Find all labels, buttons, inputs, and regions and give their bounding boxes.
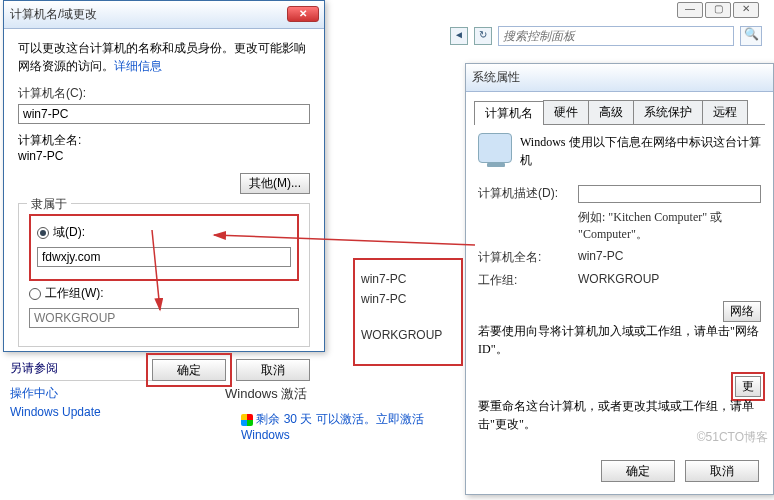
- sysprops-title-text: 系统属性: [472, 69, 520, 86]
- other-button[interactable]: 其他(M)...: [240, 173, 310, 194]
- network-id-note: 若要使用向导将计算机加入域或工作组，请单击"网络 ID"。: [478, 322, 761, 358]
- computer-name-label: 计算机名(C):: [18, 85, 310, 102]
- tab-system-protection[interactable]: 系统保护: [633, 100, 703, 124]
- sysprops-workgroup-value: WORKGROUP: [578, 272, 761, 289]
- computer-name-input[interactable]: [18, 104, 310, 124]
- workgroup-input: [29, 308, 299, 328]
- network-id-button[interactable]: 网络: [723, 301, 761, 322]
- sysprops-fullname-label: 计算机全名:: [478, 249, 578, 266]
- close-button[interactable]: ✕: [733, 2, 759, 18]
- sysprops-fullname-value: win7-PC: [578, 249, 761, 266]
- refresh-button[interactable]: ↻: [474, 27, 492, 45]
- summary-pcfullname: win7-PC: [361, 292, 455, 306]
- tab-hardware[interactable]: 硬件: [543, 100, 589, 124]
- dialog-intro: 可以更改这台计算机的名称和成员身份。更改可能影响网络资源的访问。详细信息: [18, 39, 310, 75]
- description-example: 例如: "Kitchen Computer" 或 "Computer"。: [578, 209, 761, 243]
- control-panel-search-input[interactable]: [498, 26, 734, 46]
- close-icon[interactable]: ✕: [287, 6, 319, 22]
- tab-remote[interactable]: 远程: [702, 100, 748, 124]
- member-of-group: 隶属于 域(D): 工作组(W):: [18, 203, 310, 347]
- domain-highlight: 域(D):: [29, 214, 299, 281]
- cancel-button[interactable]: 取消: [236, 359, 310, 381]
- activation-link[interactable]: 剩余 30 天 可以激活。立即激活 Windows: [241, 411, 475, 442]
- computer-description-input[interactable]: [578, 185, 761, 203]
- explorer-toolbar: ◄ ↻ 🔍: [450, 25, 762, 47]
- computer-name-summary-box: win7-PC win7-PC WORKGROUP: [353, 258, 463, 366]
- minimize-button[interactable]: —: [677, 2, 703, 18]
- nav-back-button[interactable]: ◄: [450, 27, 468, 45]
- tab-computer-name[interactable]: 计算机名: [474, 101, 544, 125]
- sysprops-ok-button[interactable]: 确定: [601, 460, 675, 482]
- summary-pcname: win7-PC: [361, 272, 455, 286]
- sysprops-cancel-button[interactable]: 取消: [685, 460, 759, 482]
- activation-section: Windows 激活 剩余 30 天 可以激活。立即激活 Windows: [225, 385, 475, 442]
- rename-note: 要重命名这台计算机，或者更改其域或工作组，请单击"更改"。: [478, 397, 761, 433]
- domain-radio[interactable]: [37, 227, 49, 239]
- change-button[interactable]: 更: [735, 376, 761, 397]
- full-name-label: 计算机全名:: [18, 132, 310, 149]
- workgroup-radio-label: 工作组(W):: [45, 285, 104, 302]
- tab-advanced[interactable]: 高级: [588, 100, 634, 124]
- sysprops-titlebar[interactable]: 系统属性: [466, 64, 773, 92]
- parent-window-controls: — ▢ ✕: [677, 2, 759, 18]
- ok-button[interactable]: 确定: [152, 359, 226, 381]
- sysprops-intro: Windows 使用以下信息在网络中标识这台计算机: [520, 133, 761, 169]
- dialog-titlebar[interactable]: 计算机名/域更改 ✕: [4, 1, 324, 29]
- sysprops-tabs: 计算机名 硬件 高级 系统保护 远程: [474, 100, 765, 125]
- domain-input[interactable]: [37, 247, 291, 267]
- desc-label: 计算机描述(D):: [478, 185, 578, 203]
- search-icon[interactable]: 🔍: [740, 26, 762, 46]
- dialog-title-text: 计算机名/域更改: [10, 6, 97, 23]
- full-name-value: win7-PC: [18, 149, 310, 163]
- sysprops-workgroup-label: 工作组:: [478, 272, 578, 289]
- details-link[interactable]: 详细信息: [114, 59, 162, 73]
- computer-icon: [478, 133, 512, 163]
- member-of-legend: 隶属于: [27, 196, 71, 213]
- shield-icon: [241, 414, 253, 426]
- domain-radio-label: 域(D):: [53, 224, 85, 241]
- summary-workgroup: WORKGROUP: [361, 328, 455, 342]
- watermark: ©51CTO博客: [697, 429, 768, 446]
- windows-update-link[interactable]: Windows Update: [10, 405, 210, 419]
- maximize-button[interactable]: ▢: [705, 2, 731, 18]
- computer-name-change-dialog: 计算机名/域更改 ✕ 可以更改这台计算机的名称和成员身份。更改可能影响网络资源的…: [3, 0, 325, 352]
- workgroup-radio[interactable]: [29, 288, 41, 300]
